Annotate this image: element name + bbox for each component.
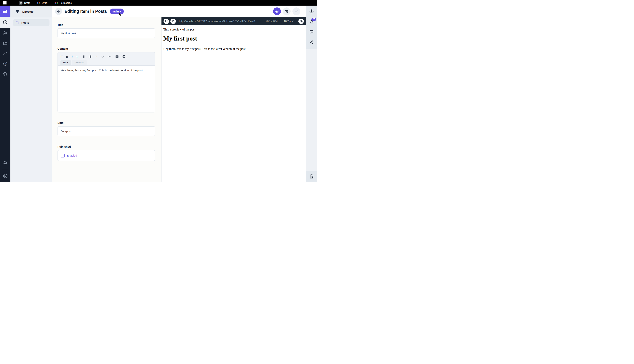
- item-form: Title Content tT B I T: [52, 17, 162, 182]
- main-area: Editing Item in Posts Main ▾: [52, 6, 306, 182]
- field-title: Title: [58, 24, 155, 38]
- browser-tab-gmail-draft[interactable]: Draft: [37, 1, 47, 5]
- italic-icon[interactable]: I: [72, 54, 73, 58]
- right-sidebar: 25: [306, 6, 317, 182]
- screen: 31 Draft Draft Formspree: [0, 0, 317, 182]
- content-label: Content: [58, 47, 155, 50]
- save-button[interactable]: [292, 8, 300, 15]
- back-button[interactable]: [55, 8, 62, 15]
- shares-sidebar-button[interactable]: [306, 37, 317, 47]
- sidebar-item-posts[interactable]: Posts: [13, 19, 50, 26]
- module-bar-divider: [2, 169, 8, 169]
- database-icon: [15, 21, 19, 24]
- tab-label: Draft: [42, 2, 47, 4]
- image-icon[interactable]: [122, 54, 126, 58]
- browser-tab-calendar-draft[interactable]: 31 Draft: [19, 1, 30, 5]
- module-files[interactable]: [0, 38, 11, 48]
- tab-label: Draft: [24, 2, 30, 4]
- field-slug: Slug: [58, 122, 155, 136]
- chevron-down-icon: ▾: [120, 10, 121, 12]
- open-in-new-button[interactable]: [164, 18, 169, 24]
- sidebar-item-label: Posts: [22, 21, 29, 24]
- page-title: Editing Item in Posts: [65, 9, 107, 14]
- preview-dimensions: 780 × 844: [266, 20, 278, 23]
- info-sidebar-button[interactable]: [306, 6, 317, 16]
- project-logo-icon: [15, 9, 20, 14]
- svg-text:?: ?: [5, 62, 6, 65]
- revisions-sidebar-button[interactable]: 25: [306, 16, 317, 27]
- content-textarea[interactable]: Hey there, this is my first post. This i…: [58, 66, 155, 112]
- clipboard-clock-icon: [309, 174, 314, 179]
- browser-tabs: 31 Draft Draft Formspree: [19, 1, 72, 5]
- check-icon: [294, 9, 299, 14]
- share-icon: [309, 40, 314, 44]
- user-avatar[interactable]: [0, 171, 11, 181]
- directus-rabbit-logo[interactable]: [0, 6, 11, 17]
- numbered-list-icon[interactable]: 123: [88, 54, 92, 58]
- right-rail-spacer: [306, 49, 317, 171]
- version-dropdown-button[interactable]: Main ▾: [110, 8, 124, 14]
- title-label: Title: [58, 24, 155, 26]
- title-input[interactable]: [58, 28, 155, 38]
- delete-button[interactable]: [283, 8, 291, 15]
- notifications-bell-icon[interactable]: [0, 158, 11, 168]
- module-insights[interactable]: [0, 48, 11, 58]
- flows-clipboard-button[interactable]: [306, 171, 317, 182]
- responsive-mode-button[interactable]: [298, 18, 304, 24]
- tab-edit[interactable]: Edit: [61, 60, 71, 65]
- slug-input[interactable]: [58, 126, 155, 136]
- module-help[interactable]: ?: [0, 58, 11, 69]
- live-preview-panel: http://localhost:5173/1?preview=true&tok…: [162, 17, 306, 182]
- browser-tab-formspree[interactable]: Formspree: [55, 1, 72, 5]
- page-header: Editing Item in Posts Main ▾: [52, 6, 306, 17]
- preview-heading: My first post: [163, 35, 302, 42]
- editor-tabs: Edit Preview: [61, 60, 152, 65]
- preview-zoom-select[interactable]: 100%: [284, 20, 294, 23]
- preview-paragraph: Hey there, this is my first post. This i…: [163, 47, 302, 51]
- browser-tab-bar: 31 Draft Draft Formspree: [0, 0, 317, 6]
- tab-preview[interactable]: Preview: [72, 60, 87, 65]
- preview-toolbar: http://localhost:5173/1?preview=true&tok…: [162, 17, 306, 25]
- refresh-icon: [172, 20, 175, 23]
- strikethrough-icon[interactable]: T: [76, 54, 78, 58]
- published-checkbox[interactable]: [61, 154, 65, 158]
- project-header[interactable]: Directus: [11, 6, 52, 18]
- blockquote-icon[interactable]: ”: [95, 54, 98, 58]
- check-icon: [62, 154, 64, 157]
- gmail-icon: [55, 1, 58, 4]
- code-icon[interactable]: [101, 54, 105, 58]
- bold-icon[interactable]: B: [66, 54, 68, 58]
- refresh-button[interactable]: [170, 18, 176, 24]
- preview-document: This a preview of the post My first post…: [162, 25, 306, 182]
- svg-text:31: 31: [20, 3, 21, 4]
- chevron-down-icon: [292, 20, 294, 22]
- bulleted-list-icon[interactable]: [82, 54, 85, 58]
- calendar-icon: 31: [19, 1, 23, 5]
- tab-label: Formspree: [60, 2, 72, 4]
- format-size-icon[interactable]: tT: [61, 54, 63, 58]
- apps-grid-icon[interactable]: [3, 1, 7, 4]
- project-name: Directus: [22, 10, 34, 13]
- preview-toggle-button[interactable]: [273, 8, 281, 15]
- trash-icon: [285, 10, 289, 14]
- module-bar: ?: [0, 6, 11, 182]
- field-content: Content tT B I T: [58, 47, 155, 112]
- preview-url[interactable]: http://localhost:5173/1?preview=true&tok…: [179, 20, 264, 23]
- published-label: Published: [58, 145, 155, 148]
- link-icon[interactable]: [108, 54, 112, 58]
- table-icon[interactable]: [115, 54, 119, 58]
- devices-icon: [300, 20, 303, 23]
- slug-label: Slug: [58, 122, 155, 124]
- published-boolean-field: Enabled: [58, 150, 155, 161]
- sidebar: Directus Posts: [11, 6, 52, 182]
- module-content[interactable]: [0, 17, 11, 28]
- comments-sidebar-button[interactable]: [306, 27, 317, 37]
- markdown-editor: tT B I T 123: [58, 52, 155, 112]
- module-users[interactable]: [0, 28, 11, 38]
- comment-bubble-icon: [309, 30, 314, 34]
- field-published: Published Enabled: [58, 145, 155, 161]
- version-label: Main: [112, 10, 119, 13]
- open-in-new-icon: [165, 20, 168, 23]
- module-settings-gear-icon[interactable]: [0, 69, 11, 79]
- eye-icon: [275, 9, 279, 14]
